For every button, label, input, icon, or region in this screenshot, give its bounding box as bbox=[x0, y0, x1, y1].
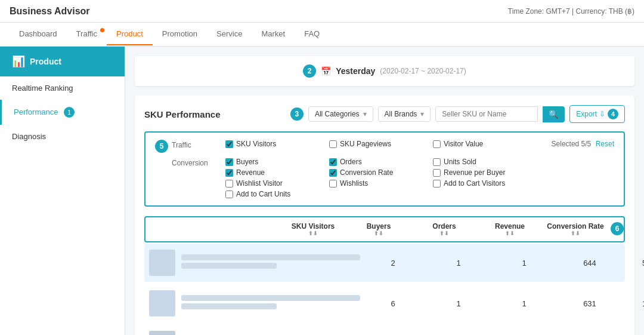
cb-revenue-label: Revenue bbox=[236, 168, 265, 177]
date-range: (2020-02-17 ~ 2020-02-17) bbox=[380, 67, 466, 75]
option-visitor-value[interactable]: Visitor Value bbox=[433, 140, 522, 148]
app-title: Business Advisor bbox=[10, 6, 90, 17]
option-add-to-cart-visitors[interactable]: Add to Cart Visitors bbox=[433, 179, 522, 188]
sku-search-input[interactable] bbox=[435, 106, 538, 122]
date-icon: 📅 bbox=[321, 66, 331, 76]
sidebar-item-performance[interactable]: Performance 1 bbox=[0, 100, 125, 125]
table-badge: 6 bbox=[611, 222, 624, 235]
export-label: Export bbox=[576, 110, 597, 118]
cb-sku-pageviews-label: SKU Pageviews bbox=[340, 140, 391, 148]
sidebar-item-diagnosis[interactable]: Diagnosis bbox=[0, 125, 125, 148]
th-revenue-sort: ⬆⬇ bbox=[505, 230, 515, 236]
tab-service[interactable]: Service bbox=[207, 23, 252, 45]
tab-promotion[interactable]: Promotion bbox=[153, 23, 207, 45]
tab-dashboard[interactable]: Dashboard bbox=[10, 23, 67, 45]
cb-orders-label: Orders bbox=[340, 158, 362, 166]
option-add-to-cart-units[interactable]: Add to Cart Units bbox=[225, 190, 315, 198]
cb-conversion-rate[interactable] bbox=[329, 169, 337, 177]
th-orders-label: Orders bbox=[432, 222, 456, 230]
row2-text bbox=[181, 295, 360, 312]
brands-label: All Brands bbox=[385, 110, 417, 118]
row2-sku-visitors: 6 bbox=[360, 299, 426, 308]
main-layout: 📊 Product Realtime Ranking Performance 1… bbox=[0, 47, 644, 335]
filter-badge: 5 bbox=[155, 140, 168, 153]
brands-arrow: ▾ bbox=[420, 110, 424, 118]
th-revenue[interactable]: Revenue ⬆⬇ bbox=[477, 222, 543, 236]
sidebar-item-realtime[interactable]: Realtime Ranking bbox=[0, 76, 125, 100]
cb-add-to-cart-units[interactable] bbox=[225, 190, 233, 198]
option-revenue[interactable]: Revenue bbox=[225, 168, 315, 177]
reset-link[interactable]: Reset bbox=[596, 140, 614, 148]
th-orders-sort: ⬆⬇ bbox=[439, 230, 449, 236]
sku-controls: 3 All Categories ▾ All Brands ▾ 🔍 Export… bbox=[290, 105, 625, 123]
date-bar: 2 📅 Yesterday (2020-02-17 ~ 2020-02-17) bbox=[135, 56, 634, 86]
option-sku-visitors[interactable]: SKU Visitors bbox=[225, 140, 315, 148]
table-header-row: SKU Visitors ⬆⬇ Buyers ⬆⬇ Orders ⬆⬇ Re bbox=[144, 216, 625, 242]
th-orders[interactable]: Orders ⬆⬇ bbox=[411, 222, 477, 236]
sku-header: SKU Performance 3 All Categories ▾ All B… bbox=[144, 105, 625, 123]
cb-wishlist-visitor[interactable] bbox=[225, 180, 233, 188]
conversion-row2: Revenue Conversion Rate Revenue per Buye… bbox=[225, 168, 614, 177]
th-sku-visitors-sort: ⬆⬇ bbox=[308, 230, 318, 236]
th-buyers-sort: ⬆⬇ bbox=[374, 230, 383, 236]
cb-conversion-rate-label: Conversion Rate bbox=[340, 168, 393, 177]
categories-dropdown[interactable]: All Categories ▾ bbox=[308, 106, 373, 122]
th-conversion-rate[interactable]: Conversion Rate ⬆⬇ bbox=[543, 222, 608, 236]
search-button[interactable]: 🔍 bbox=[543, 106, 565, 122]
option-conversion-rate[interactable]: Conversion Rate bbox=[329, 168, 419, 177]
cb-wishlists[interactable] bbox=[329, 180, 337, 188]
cb-add-to-cart-visitors[interactable] bbox=[433, 180, 441, 188]
selected-info: Selected 5/5 Reset bbox=[552, 140, 614, 148]
cb-visitor-value[interactable] bbox=[433, 140, 441, 148]
row2-revenue: 631 bbox=[557, 299, 623, 308]
cb-wishlists-label: Wishlists bbox=[340, 179, 368, 188]
th-buyers-label: Buyers bbox=[367, 222, 391, 230]
selected-text: Selected 5/5 bbox=[552, 140, 592, 148]
row2-info bbox=[144, 290, 360, 316]
option-sku-pageviews[interactable]: SKU Pageviews bbox=[329, 140, 419, 148]
row1-blur1 bbox=[181, 254, 360, 260]
brands-dropdown[interactable]: All Brands ▾ bbox=[378, 106, 431, 122]
cb-buyers[interactable] bbox=[225, 158, 233, 166]
cb-revenue[interactable] bbox=[225, 169, 233, 177]
cb-revenue-per-buyer-label: Revenue per Buyer bbox=[444, 168, 505, 177]
cb-units-sold[interactable] bbox=[433, 158, 441, 166]
cb-sku-visitors[interactable] bbox=[225, 140, 233, 148]
tab-faq[interactable]: FAQ bbox=[295, 23, 329, 45]
option-wishlists[interactable]: Wishlists bbox=[329, 179, 419, 188]
cb-orders[interactable] bbox=[329, 158, 337, 166]
option-wishlist-visitor[interactable]: Wishlist Visitor bbox=[225, 179, 315, 188]
row1-info bbox=[144, 250, 360, 276]
date-badge: 2 bbox=[303, 64, 316, 78]
export-badge: 4 bbox=[608, 109, 618, 119]
option-orders[interactable]: Orders bbox=[329, 158, 419, 166]
th-cols: SKU Visitors ⬆⬇ Buyers ⬆⬇ Orders ⬆⬇ Re bbox=[280, 222, 624, 236]
row1-sku-visitors: 2 bbox=[360, 259, 426, 268]
th-conversion-rate-label: Conversion Rate bbox=[547, 222, 603, 230]
option-units-sold[interactable]: Units Sold bbox=[433, 158, 522, 166]
row2-orders: 1 bbox=[491, 299, 557, 308]
export-button[interactable]: Export ⇩ 4 bbox=[569, 105, 625, 123]
row1-cells: 2 1 1 644 50.00% bbox=[360, 259, 644, 268]
th-buyers[interactable]: Buyers ⬆⬇ bbox=[346, 222, 411, 236]
th-sku-visitors[interactable]: SKU Visitors ⬆⬇ bbox=[280, 222, 346, 236]
row2-buyers: 1 bbox=[426, 299, 491, 308]
sku-title: SKU Performance bbox=[144, 109, 221, 119]
row1-buyers: 1 bbox=[426, 259, 491, 268]
row2-cells: 6 1 1 631 16.67% bbox=[360, 299, 644, 308]
th-revenue-label: Revenue bbox=[495, 222, 525, 230]
option-revenue-per-buyer[interactable]: Revenue per Buyer bbox=[433, 168, 522, 177]
tab-product[interactable]: Product bbox=[107, 23, 153, 45]
cb-sku-pageviews[interactable] bbox=[329, 140, 337, 148]
tab-market[interactable]: Market bbox=[252, 23, 295, 45]
sidebar-product-btn[interactable]: 📊 Product bbox=[0, 47, 125, 76]
table-row: 1 1 1 502 100.00% bbox=[144, 325, 625, 335]
product-icon: 📊 bbox=[12, 55, 25, 68]
tab-traffic[interactable]: Traffic bbox=[67, 23, 107, 45]
option-buyers[interactable]: Buyers bbox=[225, 158, 315, 166]
sidebar: 📊 Product Realtime Ranking Performance 1… bbox=[0, 47, 125, 335]
cb-buyers-label: Buyers bbox=[236, 158, 258, 166]
cb-add-to-cart-visitors-label: Add to Cart Visitors bbox=[444, 179, 505, 188]
cb-revenue-per-buyer[interactable] bbox=[433, 169, 441, 177]
row2-conversion: 16.67% bbox=[623, 299, 644, 308]
